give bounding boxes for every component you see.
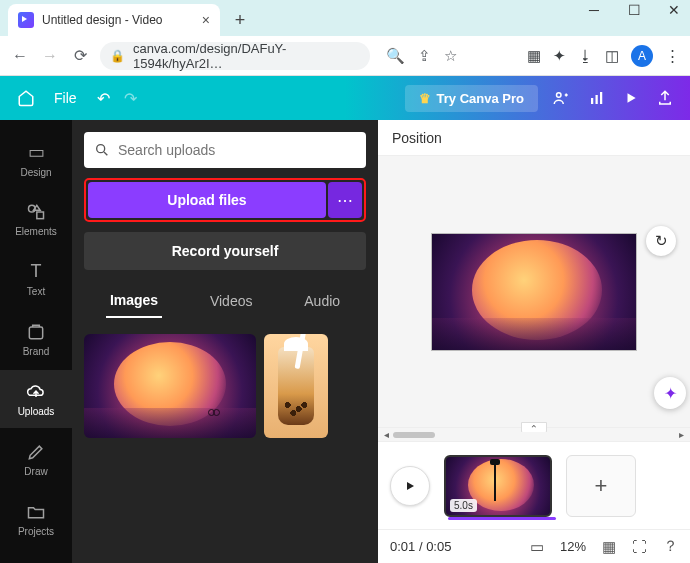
grid-view-icon[interactable]: ▦ bbox=[602, 538, 616, 556]
browser-tab[interactable]: Untitled design - Video × bbox=[8, 4, 220, 36]
file-menu[interactable]: File bbox=[54, 90, 77, 106]
rail-label: Draw bbox=[24, 466, 47, 477]
share-export-icon[interactable] bbox=[656, 89, 678, 107]
tab-title: Untitled design - Video bbox=[42, 13, 194, 27]
forward-icon: → bbox=[40, 47, 60, 65]
clip-underline bbox=[448, 517, 556, 520]
rail-label: Elements bbox=[15, 226, 57, 237]
scroll-right-icon[interactable]: ▸ bbox=[679, 429, 684, 440]
zoom-icon[interactable]: 🔍 bbox=[386, 47, 405, 65]
scroll-left-icon[interactable]: ◂ bbox=[384, 429, 389, 440]
sidepanel-icon[interactable]: ◫ bbox=[605, 47, 619, 65]
redo-icon: ↷ bbox=[124, 89, 137, 108]
position-button[interactable]: Position bbox=[392, 130, 442, 146]
zoom-display[interactable]: 12% bbox=[560, 539, 586, 554]
reload-icon[interactable]: ⟳ bbox=[70, 46, 90, 65]
home-icon[interactable] bbox=[12, 84, 40, 112]
browser-menu-icon[interactable]: ⋮ bbox=[665, 47, 680, 65]
stage[interactable]: ↻ ✦ bbox=[378, 156, 690, 427]
timeline-play-button[interactable] bbox=[390, 466, 430, 506]
rail-draw[interactable]: Draw bbox=[0, 430, 72, 488]
svg-rect-5 bbox=[37, 212, 44, 219]
pages-icon[interactable]: ▭ bbox=[530, 538, 544, 556]
svg-rect-6 bbox=[29, 327, 42, 339]
scroll-track[interactable] bbox=[393, 432, 675, 438]
extension-icon[interactable]: ▦ bbox=[527, 47, 541, 65]
minimize-icon[interactable]: ─ bbox=[584, 2, 604, 18]
search-input[interactable] bbox=[118, 142, 356, 158]
rail-label: Brand bbox=[23, 346, 50, 357]
fullscreen-icon[interactable]: ⛶ bbox=[632, 538, 647, 555]
video-frame[interactable] bbox=[431, 233, 637, 351]
rail-label: Uploads bbox=[18, 406, 55, 417]
shapes-icon bbox=[26, 202, 46, 222]
cloud-upload-icon bbox=[26, 382, 46, 402]
upload-thumb-moon[interactable] bbox=[84, 334, 256, 438]
rail-projects[interactable]: Projects bbox=[0, 490, 72, 548]
undo-icon[interactable]: ↶ bbox=[97, 89, 110, 108]
browser-titlebar: Untitled design - Video × + ─ ☐ ✕ bbox=[0, 0, 690, 36]
playhead[interactable] bbox=[494, 463, 496, 501]
tab-videos[interactable]: Videos bbox=[206, 285, 257, 317]
close-tab-icon[interactable]: × bbox=[202, 12, 210, 28]
canvas-area: Position ↻ ✦ ⌄ ◂ ▸ 5.0s + bbox=[378, 120, 690, 563]
rail-text[interactable]: T Text bbox=[0, 250, 72, 308]
share-icon[interactable]: ⇪ bbox=[418, 47, 431, 65]
timeline: 5.0s + bbox=[378, 441, 690, 529]
puzzle-icon[interactable]: ✦ bbox=[553, 47, 566, 65]
rail-brand[interactable]: Brand bbox=[0, 310, 72, 368]
rail-label: Projects bbox=[18, 526, 54, 537]
magic-button[interactable]: ✦ bbox=[654, 377, 686, 409]
upload-more-button[interactable]: ⋯ bbox=[328, 182, 362, 218]
tab-audio[interactable]: Audio bbox=[300, 285, 344, 317]
rail-label: Text bbox=[27, 286, 45, 297]
footer-bar: 0:01 / 0:05 ▭ 12% ▦ ⛶ ？ bbox=[378, 529, 690, 563]
profile-avatar[interactable]: A bbox=[631, 45, 653, 67]
upload-highlight: Upload files ⋯ bbox=[84, 178, 366, 222]
pencil-icon bbox=[26, 442, 46, 462]
try-pro-button[interactable]: ♛ Try Canva Pro bbox=[405, 85, 538, 112]
back-icon[interactable]: ← bbox=[10, 47, 30, 65]
help-icon[interactable]: ？ bbox=[663, 537, 678, 556]
bookmark-icon[interactable]: ☆ bbox=[444, 47, 457, 65]
window-controls: ─ ☐ ✕ bbox=[584, 2, 684, 18]
horizontal-scrollbar[interactable]: ⌄ ◂ ▸ bbox=[378, 427, 690, 441]
maximize-icon[interactable]: ☐ bbox=[624, 2, 644, 18]
rotate-button[interactable]: ↻ bbox=[646, 226, 676, 256]
analytics-icon[interactable] bbox=[588, 89, 610, 107]
add-clip-button[interactable]: + bbox=[566, 455, 636, 517]
scroll-thumb[interactable] bbox=[393, 432, 435, 438]
new-tab-button[interactable]: + bbox=[226, 6, 254, 34]
rail-design[interactable]: ▭ Design bbox=[0, 130, 72, 188]
upload-files-button[interactable]: Upload files bbox=[88, 182, 326, 218]
search-uploads[interactable] bbox=[84, 132, 366, 168]
play-icon[interactable] bbox=[624, 91, 642, 105]
svg-rect-3 bbox=[600, 92, 602, 104]
search-icon bbox=[94, 142, 110, 158]
crown-icon: ♛ bbox=[419, 91, 431, 106]
close-window-icon[interactable]: ✕ bbox=[664, 2, 684, 18]
svg-rect-1 bbox=[591, 98, 593, 104]
lock-icon: 🔒 bbox=[110, 49, 125, 63]
template-icon: ▭ bbox=[28, 141, 45, 163]
download-icon[interactable]: ⭳ bbox=[578, 47, 593, 64]
clip-duration: 5.0s bbox=[450, 499, 477, 512]
canva-favicon-icon bbox=[18, 12, 34, 28]
canva-topbar: File ↶ ↷ ♛ Try Canva Pro bbox=[0, 76, 690, 120]
url-text: canva.com/design/DAFuY-1594k/hyAr2I… bbox=[133, 41, 360, 71]
uploads-panel: Upload files ⋯ Record yourself Images Vi… bbox=[72, 120, 378, 563]
record-yourself-button[interactable]: Record yourself bbox=[84, 232, 366, 270]
address-bar[interactable]: 🔒 canva.com/design/DAFuY-1594k/hyAr2I… bbox=[100, 42, 370, 70]
text-icon: T bbox=[31, 261, 42, 282]
rail-label: Design bbox=[20, 167, 51, 178]
svg-point-7 bbox=[97, 145, 105, 153]
tab-images[interactable]: Images bbox=[106, 284, 162, 318]
media-tabs: Images Videos Audio bbox=[84, 284, 366, 318]
upload-thumb-boba[interactable] bbox=[264, 334, 328, 438]
folder-icon bbox=[26, 502, 46, 522]
svg-rect-2 bbox=[596, 95, 598, 104]
rail-uploads[interactable]: Uploads bbox=[0, 370, 72, 428]
present-icon[interactable] bbox=[552, 89, 574, 107]
brand-icon bbox=[26, 322, 46, 342]
rail-elements[interactable]: Elements bbox=[0, 190, 72, 248]
